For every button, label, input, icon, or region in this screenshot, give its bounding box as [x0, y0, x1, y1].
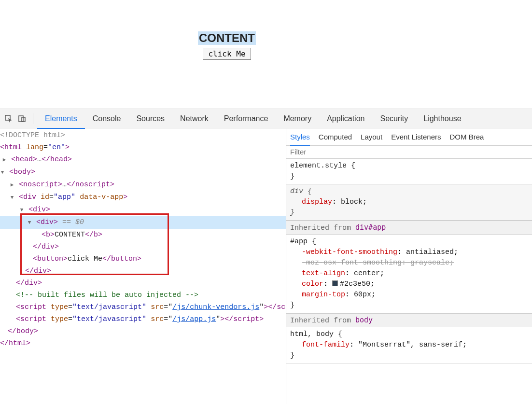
tab-memory[interactable]: Memory	[276, 109, 319, 128]
preview-content-wrap: CONTENT click Me	[198, 31, 256, 60]
collapse-arrow-icon[interactable]: ▼	[19, 204, 24, 216]
elements-panel[interactable]: <!DOCTYPE html> <html lang="en"> ▶ <head…	[0, 128, 286, 404]
collapse-arrow-icon[interactable]: ▼	[10, 192, 14, 204]
tab-application[interactable]: Application	[319, 109, 372, 128]
dom-line[interactable]: </html>	[0, 337, 286, 349]
dom-line[interactable]: ▶ <noscript>…</noscript>	[0, 179, 286, 191]
dom-line[interactable]: </div>	[0, 265, 286, 277]
doctype-text: <!DOCTYPE html>	[0, 131, 65, 139]
styles-tabs: Styles Computed Layout Event Listeners D…	[286, 128, 532, 146]
inherit-header-app: Inherited from div#app	[286, 221, 532, 235]
dom-line[interactable]: <html lang="en">	[0, 141, 286, 153]
inherit-header-body: Inherited from body	[286, 313, 532, 327]
inspect-icon[interactable]	[2, 112, 15, 125]
expand-arrow-icon[interactable]: ▶	[2, 154, 7, 166]
dom-line[interactable]: <!DOCTYPE html>	[0, 129, 286, 141]
dom-line[interactable]: </body>	[0, 325, 286, 337]
dom-line[interactable]: ▼ <div id="app" data-v-app>	[0, 191, 286, 204]
rule-htmlbody[interactable]: html, body { font-family: "Montserrat", …	[286, 327, 532, 363]
rule-div[interactable]: div { display: block; }	[286, 184, 532, 221]
styles-filter-input[interactable]	[290, 148, 528, 156]
page-preview: CONTENT click Me	[0, 0, 532, 109]
styles-tab-styles[interactable]: Styles	[290, 128, 310, 146]
tab-performance[interactable]: Performance	[216, 109, 276, 128]
dom-line[interactable]: </div>	[0, 277, 286, 289]
tab-security[interactable]: Security	[372, 109, 416, 128]
tab-sources[interactable]: Sources	[128, 109, 172, 128]
devtools-panels: <!DOCTYPE html> <html lang="en"> ▶ <head…	[0, 128, 532, 404]
rule-app[interactable]: #app { -webkit-font-smoothing: antialias…	[286, 235, 532, 313]
dom-line[interactable]: <!-- built files will be auto injected -…	[0, 289, 286, 301]
devtools-top-tabs: Elements Console Sources Network Perform…	[0, 109, 532, 128]
device-toggle-icon[interactable]	[15, 112, 29, 125]
dom-line[interactable]: </div>	[0, 241, 286, 253]
dom-line-selected[interactable]: ▼ <div> == $0	[0, 216, 286, 229]
styles-tab-dom-breakpoints[interactable]: DOM Brea	[450, 128, 484, 146]
dom-line[interactable]: <button>click Me</button>	[0, 253, 286, 265]
tab-elements[interactable]: Elements	[37, 109, 85, 128]
rule-element-style[interactable]: element.style { }	[286, 159, 532, 184]
src-link[interactable]: /js/app.js	[172, 315, 216, 323]
tab-network[interactable]: Network	[172, 109, 216, 128]
dom-line[interactable]: <script type="text/javascript" src="/js/…	[0, 301, 286, 313]
preview-content-text: CONTENT	[198, 31, 256, 45]
expand-arrow-icon[interactable]: ▶	[10, 179, 14, 191]
styles-tab-layout[interactable]: Layout	[361, 128, 382, 146]
comment-text: <!-- built files will be auto injected -…	[16, 291, 198, 299]
tab-console[interactable]: Console	[85, 109, 129, 128]
dom-line[interactable]: <script type="text/javascript" src="/js/…	[0, 313, 286, 325]
color-swatch-icon[interactable]	[332, 280, 338, 286]
devtools: Elements Console Sources Network Perform…	[0, 109, 532, 404]
collapse-arrow-icon[interactable]: ▼	[0, 167, 5, 179]
eq0-indicator: == $0	[58, 218, 84, 226]
dom-line[interactable]: ▼ <body>	[0, 166, 286, 179]
dom-line[interactable]: <b>CONTENT</b>	[0, 229, 286, 241]
styles-filter-row	[286, 146, 532, 159]
svg-rect-1	[19, 116, 23, 122]
styles-panel: Styles Computed Layout Event Listeners D…	[286, 128, 532, 404]
dom-line[interactable]: ▶ <head>…</head>	[0, 153, 286, 166]
dom-line[interactable]: ▼ <div>	[0, 204, 286, 216]
src-link[interactable]: /js/chunk-vendors.js	[172, 303, 259, 311]
styles-tab-event-listeners[interactable]: Event Listeners	[391, 128, 441, 146]
styles-tab-computed[interactable]: Computed	[319, 128, 352, 146]
collapse-arrow-icon[interactable]: ▼	[27, 217, 32, 229]
preview-click-button[interactable]: click Me	[203, 48, 251, 60]
tab-lighthouse[interactable]: Lighthouse	[416, 109, 469, 128]
tab-divider	[33, 113, 33, 124]
